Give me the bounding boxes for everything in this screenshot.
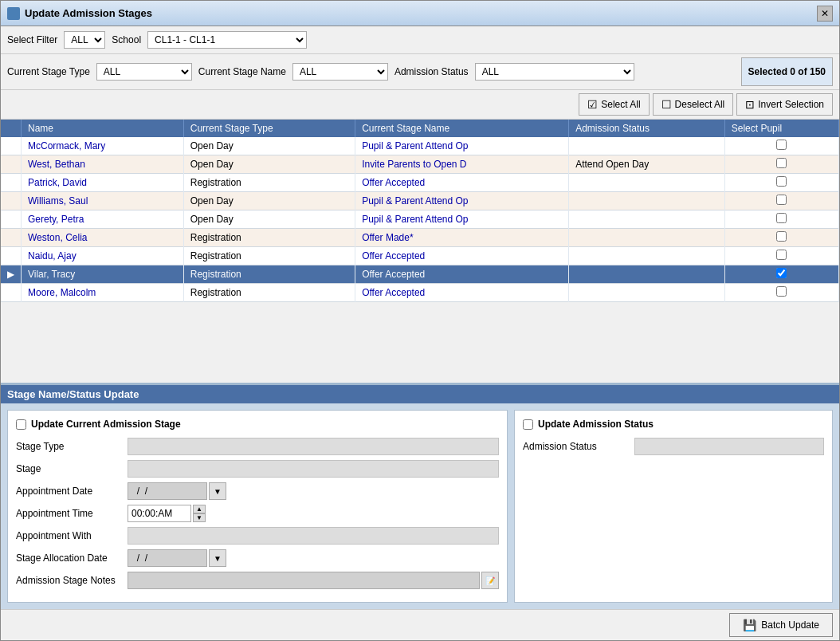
row-indicator: [1, 137, 22, 155]
pupil-checkbox[interactable]: [776, 286, 787, 297]
left-panel-title: Update Current Admission Stage: [16, 419, 499, 430]
time-up-button[interactable]: ▲: [193, 505, 206, 513]
table-row[interactable]: Patrick, DavidRegistrationOffer Accepted: [1, 174, 839, 192]
update-stage-checkbox[interactable]: [16, 419, 26, 430]
table-row[interactable]: ▶Vilar, TracyRegistrationOffer Accepted: [1, 265, 839, 284]
row-select-pupil[interactable]: [724, 210, 838, 229]
row-name: Patrick, David: [22, 174, 184, 192]
row-stage-name: Pupil & Parent Attend Op: [355, 192, 569, 210]
pupil-checkbox[interactable]: [776, 140, 787, 150]
admission-status-form-select[interactable]: [634, 438, 824, 455]
col-select-pupil: Select Pupil: [724, 120, 838, 137]
row-select-pupil[interactable]: [724, 229, 838, 247]
row-select-pupil[interactable]: [724, 174, 838, 192]
table-row[interactable]: Naidu, AjayRegistrationOffer Accepted: [1, 247, 839, 265]
col-stage-name: Current Stage Name: [355, 120, 569, 137]
school-select[interactable]: CL1-1 - CL1-1: [147, 31, 307, 49]
stage-form-select[interactable]: [128, 460, 499, 478]
toolbar: Select Filter ALL School CL1-1 - CL1-1: [1, 26, 839, 54]
row-stage-name: Offer Accepted: [355, 247, 569, 265]
batch-update-label: Batch Update: [761, 619, 819, 631]
row-indicator: ▶: [1, 265, 22, 284]
row-name: Gerety, Petra: [22, 210, 184, 229]
row-admission-status: [569, 284, 725, 302]
appt-with-wrap: [128, 527, 499, 545]
deselect-all-button[interactable]: ☐ Deselect All: [653, 93, 734, 116]
notes-editor-button[interactable]: 📝: [481, 572, 499, 589]
select-all-button[interactable]: ☑ Select All: [579, 93, 649, 116]
update-status-checkbox[interactable]: [523, 419, 533, 430]
row-name: Moore, Malcolm: [22, 284, 184, 302]
left-panel: Update Current Admission Stage Stage Typ…: [7, 410, 508, 603]
stage-type-form-select[interactable]: [128, 438, 499, 455]
time-spin: ▲ ▼: [193, 505, 206, 522]
appt-date-input: ▼: [128, 482, 499, 500]
close-button[interactable]: ✕: [817, 6, 833, 22]
col-stage-type: Current Stage Type: [183, 120, 355, 137]
pupil-checkbox[interactable]: [776, 176, 787, 187]
pupil-checkbox[interactable]: [776, 158, 787, 168]
row-select-pupil[interactable]: [724, 284, 838, 302]
row-name: West, Bethan: [22, 155, 184, 174]
admission-status-filter-select[interactable]: ALL: [475, 63, 634, 81]
table-row[interactable]: McCormack, MaryOpen DayPupil & Parent At…: [1, 137, 839, 155]
row-indicator: [1, 229, 22, 247]
pupil-checkbox[interactable]: [776, 250, 787, 260]
row-admission-status: [569, 137, 725, 155]
row-stage-name: Pupil & Parent Attend Op: [355, 210, 569, 229]
filter-label: Select Filter: [7, 34, 57, 45]
main-window: Update Admission Stages ✕ Select Filter …: [0, 0, 840, 641]
appt-date-picker-button[interactable]: ▼: [209, 482, 226, 500]
stage-alloc-field[interactable]: [128, 549, 207, 567]
row-select-pupil[interactable]: [724, 247, 838, 265]
footer-actions: 💾 Batch Update: [1, 609, 839, 640]
row-stage-type: Registration: [183, 265, 355, 284]
row-select-pupil[interactable]: [724, 137, 838, 155]
pupil-checkbox[interactable]: [776, 231, 787, 242]
table-row[interactable]: Gerety, PetraOpen DayPupil & Parent Atte…: [1, 210, 839, 229]
row-admission-status: [569, 247, 725, 265]
col-admission-status: Admission Status: [569, 120, 725, 137]
row-stage-type: Open Day: [183, 137, 355, 155]
appt-date-field[interactable]: [128, 482, 207, 500]
row-select-pupil[interactable]: [724, 265, 838, 284]
batch-update-icon: 💾: [743, 619, 756, 631]
time-down-button[interactable]: ▼: [193, 513, 206, 522]
invert-selection-button[interactable]: ⊡ Invert Selection: [736, 93, 833, 116]
invert-selection-icon: ⊡: [745, 98, 755, 111]
appt-time-field[interactable]: [128, 505, 191, 522]
stage-type-select[interactable]: ALL: [96, 63, 192, 81]
appt-date-row: Appointment Date ▼: [16, 482, 499, 500]
row-admission-status: [569, 174, 725, 192]
stage-alloc-date-picker-button[interactable]: ▼: [209, 549, 226, 567]
update-status-label: Update Admission Status: [538, 419, 654, 430]
table-row[interactable]: West, BethanOpen DayInvite Parents to Op…: [1, 155, 839, 174]
app-icon: [7, 7, 20, 20]
filter-bar: Current Stage Type ALL Current Stage Nam…: [1, 54, 839, 90]
appt-with-label: Appointment With: [16, 530, 128, 541]
row-indicator: [1, 174, 22, 192]
pupil-checkbox[interactable]: [776, 213, 787, 223]
admission-status-filter-label: Admission Status: [394, 66, 469, 77]
stage-name-select[interactable]: ALL: [292, 63, 388, 81]
table-row[interactable]: Williams, SaulOpen DayPupil & Parent Att…: [1, 192, 839, 210]
pupil-checkbox[interactable]: [776, 195, 787, 205]
pupil-checkbox[interactable]: [776, 268, 787, 278]
stage-type-row: Stage Type: [16, 438, 499, 455]
admission-status-form-row: Admission Status: [523, 438, 824, 455]
row-select-pupil[interactable]: [724, 192, 838, 210]
row-name: Naidu, Ajay: [22, 247, 184, 265]
appt-with-row: Appointment With: [16, 527, 499, 545]
batch-update-button[interactable]: 💾 Batch Update: [729, 613, 833, 637]
deselect-all-label: Deselect All: [675, 99, 725, 110]
row-stage-type: Open Day: [183, 155, 355, 174]
school-label: School: [112, 34, 141, 45]
appt-with-select[interactable]: [128, 527, 499, 545]
notes-input[interactable]: [128, 572, 480, 589]
notes-label: Admission Stage Notes: [16, 575, 128, 586]
row-select-pupil[interactable]: [724, 155, 838, 174]
row-admission-status: Attend Open Day: [569, 155, 725, 174]
table-row[interactable]: Moore, MalcolmRegistrationOffer Accepted: [1, 284, 839, 302]
filter-select[interactable]: ALL: [64, 31, 105, 49]
table-row[interactable]: Weston, CeliaRegistrationOffer Made*: [1, 229, 839, 247]
